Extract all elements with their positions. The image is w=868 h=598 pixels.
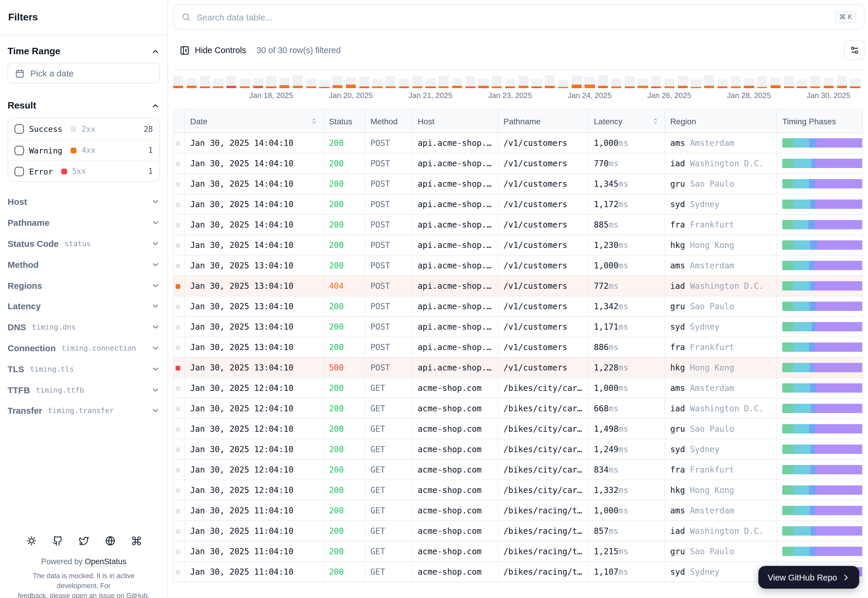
- row-level-indicator[interactable]: [173, 214, 185, 235]
- histogram-bar[interactable]: [200, 76, 210, 88]
- checkbox[interactable]: [15, 124, 24, 134]
- column-header-latency[interactable]: Latency: [588, 109, 665, 133]
- histogram-bar[interactable]: [824, 78, 834, 88]
- table-row[interactable]: Jan 30, 2025 12:04:10200GETacme-shop.com…: [173, 439, 862, 459]
- histogram-bar[interactable]: [545, 75, 555, 88]
- row-level-indicator[interactable]: [173, 296, 185, 317]
- row-level-indicator[interactable]: [173, 235, 185, 255]
- row-level-indicator[interactable]: [173, 317, 185, 337]
- row-level-indicator[interactable]: [173, 419, 185, 439]
- histogram-bar[interactable]: [571, 75, 581, 88]
- histogram-bar[interactable]: [558, 80, 568, 88]
- github-icon[interactable]: [52, 535, 63, 546]
- histogram-bar[interactable]: [253, 78, 263, 88]
- table-row[interactable]: Jan 30, 2025 14:04:10200POSTapi.acme-sho…: [173, 133, 862, 153]
- histogram-bar[interactable]: [479, 79, 489, 88]
- histogram-bar[interactable]: [266, 76, 276, 88]
- histogram-bar[interactable]: [598, 75, 608, 88]
- table-row[interactable]: Jan 30, 2025 14:04:10200POSTapi.acme-sho…: [173, 235, 862, 255]
- histogram-bar[interactable]: [187, 78, 197, 88]
- histogram-bar[interactable]: [240, 79, 250, 88]
- histogram-bar[interactable]: [320, 80, 330, 88]
- table-row[interactable]: Jan 30, 2025 12:04:10200GETacme-shop.com…: [173, 398, 862, 419]
- table-row[interactable]: Jan 30, 2025 13:04:10200POSTapi.acme-sho…: [173, 317, 862, 337]
- histogram-bar[interactable]: [399, 79, 409, 88]
- filter-section-ttfb[interactable]: TTFBtiming.ttfb: [7, 379, 160, 400]
- histogram-bar[interactable]: [704, 75, 714, 88]
- row-level-indicator[interactable]: [173, 562, 185, 582]
- histogram-bar[interactable]: [505, 79, 515, 88]
- histogram-bar[interactable]: [757, 76, 767, 88]
- histogram-bar[interactable]: [306, 79, 316, 88]
- histogram-bar[interactable]: [213, 79, 223, 88]
- table-row[interactable]: Jan 30, 2025 11:04:10200GETacme-shop.com…: [173, 521, 862, 541]
- histogram-bar[interactable]: [372, 79, 382, 88]
- row-level-indicator[interactable]: [173, 480, 185, 500]
- command-icon[interactable]: [131, 535, 142, 546]
- histogram-bar[interactable]: [279, 78, 290, 88]
- histogram-bar[interactable]: [346, 78, 356, 88]
- histogram-bar[interactable]: [518, 76, 529, 88]
- table-row[interactable]: Jan 30, 2025 11:04:10200GETacme-shop.com…: [173, 541, 862, 562]
- table-row[interactable]: Jan 30, 2025 11:04:10200GETacme-shop.com…: [173, 500, 862, 521]
- section-time-range[interactable]: Time Range: [7, 45, 160, 57]
- table-row[interactable]: Jan 30, 2025 12:04:10200GETacme-shop.com…: [173, 378, 862, 398]
- histogram-bar[interactable]: [611, 79, 621, 88]
- row-level-indicator[interactable]: [173, 500, 185, 521]
- view-options-button[interactable]: [844, 40, 865, 60]
- table-row[interactable]: Jan 30, 2025 12:04:10200GETacme-shop.com…: [173, 459, 862, 480]
- filter-section-latency[interactable]: Latency: [7, 296, 160, 317]
- histogram-bar[interactable]: [624, 76, 635, 88]
- histogram-bar[interactable]: [585, 77, 595, 88]
- table-row[interactable]: Jan 30, 2025 13:04:10200POSTapi.acme-sho…: [173, 255, 862, 276]
- histogram-bar[interactable]: [651, 76, 661, 88]
- row-level-indicator[interactable]: [173, 255, 185, 276]
- table-row[interactable]: Jan 30, 2025 13:04:10200POSTapi.acme-sho…: [173, 337, 862, 357]
- histogram-bar[interactable]: [439, 76, 449, 88]
- histogram-bar[interactable]: [426, 78, 436, 88]
- column-header-date[interactable]: Date: [185, 109, 323, 133]
- filter-section-dns[interactable]: DNStiming.dns: [7, 317, 160, 338]
- histogram-bar[interactable]: [452, 78, 462, 88]
- result-option-success[interactable]: Success2xx28: [8, 118, 159, 139]
- histogram-bar[interactable]: [532, 79, 542, 88]
- row-level-indicator[interactable]: [173, 153, 185, 173]
- histogram-bar[interactable]: [850, 79, 861, 88]
- row-level-indicator[interactable]: [173, 276, 185, 296]
- filter-section-status-code[interactable]: Status Codestatus: [7, 233, 160, 254]
- view-github-repo-button[interactable]: View GitHub Repo: [758, 566, 859, 589]
- histogram-bar[interactable]: [691, 79, 701, 88]
- row-level-indicator[interactable]: [173, 398, 185, 419]
- histogram-bar[interactable]: [665, 79, 675, 88]
- table-row[interactable]: Jan 30, 2025 14:04:10200POSTapi.acme-sho…: [173, 173, 862, 194]
- twitter-icon[interactable]: [78, 535, 89, 546]
- histogram-bar[interactable]: [359, 76, 369, 88]
- row-level-indicator[interactable]: [173, 439, 185, 459]
- table-row[interactable]: Jan 30, 2025 14:04:10200POSTapi.acme-sho…: [173, 194, 862, 214]
- histogram-bar[interactable]: [173, 76, 184, 88]
- filter-section-connection[interactable]: Connectiontiming.connection: [7, 338, 160, 359]
- histogram-bar[interactable]: [771, 78, 781, 88]
- table-row[interactable]: Jan 30, 2025 12:04:10200GETacme-shop.com…: [173, 419, 862, 439]
- table-row[interactable]: Jan 30, 2025 12:04:10200GETacme-shop.com…: [173, 480, 862, 500]
- histogram-bar[interactable]: [837, 76, 847, 88]
- table-row[interactable]: Jan 30, 2025 14:04:10200POSTapi.acme-sho…: [173, 214, 862, 235]
- sun-icon[interactable]: [26, 535, 36, 546]
- histogram-bar[interactable]: [784, 76, 794, 88]
- section-result[interactable]: Result: [7, 100, 160, 111]
- histogram-bar[interactable]: [412, 76, 422, 88]
- filter-section-regions[interactable]: Regions: [7, 275, 160, 296]
- filter-section-transfer[interactable]: Transfertiming.transfer: [7, 400, 160, 421]
- filter-section-host[interactable]: Host: [7, 191, 160, 212]
- row-level-indicator[interactable]: [173, 378, 185, 398]
- histogram-bar[interactable]: [731, 76, 741, 88]
- histogram-bar[interactable]: [717, 79, 728, 88]
- date-picker-input[interactable]: Pick a date: [7, 63, 160, 84]
- row-level-indicator[interactable]: [173, 541, 185, 562]
- checkbox[interactable]: [15, 145, 24, 155]
- histogram-bar[interactable]: [465, 76, 475, 88]
- table-row[interactable]: Jan 30, 2025 13:04:10500POSTapi.acme-sho…: [173, 357, 862, 378]
- histogram-bar[interactable]: [333, 76, 343, 88]
- row-level-indicator[interactable]: [173, 521, 185, 541]
- row-level-indicator[interactable]: [173, 194, 185, 214]
